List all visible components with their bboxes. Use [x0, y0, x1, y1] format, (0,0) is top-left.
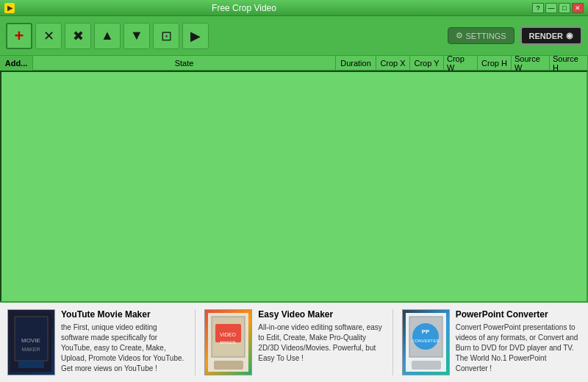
title-bar: ▶ Free Crop Video ? — □ ✕: [0, 0, 588, 16]
ad-strip: MOVIE MAKER YouTute Movie Maker the Firs…: [0, 301, 588, 382]
ad-image-1: MOVIE MAKER: [11, 313, 51, 372]
column-headers: Add... State Duration Crop X Crop Y Crop…: [0, 56, 588, 71]
ad-desc-2: All-in-one video editing software, easy …: [258, 322, 383, 364]
ad-content-3: PowerPoint Converter Convert PowerPoint …: [456, 309, 581, 374]
clear-icon: ✖: [73, 28, 84, 44]
move-down-button[interactable]: ▼: [123, 23, 150, 49]
play-button[interactable]: ▶: [182, 23, 209, 49]
svg-point-13: [412, 323, 439, 350]
move-up-button[interactable]: ▲: [94, 23, 121, 49]
toolbar-right: ⚙ SETTINGS RENDER ◉: [448, 26, 582, 45]
ad-desc-3: Convert PowerPoint presentations to vide…: [456, 322, 581, 374]
render-label: RENDER: [529, 32, 563, 40]
ad-title-2[interactable]: Easy Video Maker: [258, 309, 383, 320]
svg-rect-10: [214, 361, 243, 370]
close-button[interactable]: ✕: [572, 3, 584, 13]
arrow-down-icon: ▼: [130, 28, 143, 43]
help-button[interactable]: ?: [532, 3, 544, 13]
crop-button[interactable]: ⊡: [153, 23, 179, 49]
svg-rect-4: [18, 361, 44, 368]
ad-thumb-2[interactable]: VIDEO MAKER: [204, 309, 252, 375]
settings-button[interactable]: ⚙ SETTINGS: [448, 27, 514, 44]
minimize-button[interactable]: —: [545, 3, 557, 13]
add-file-button[interactable]: +: [6, 23, 32, 49]
svg-text:MAKER: MAKER: [22, 347, 40, 352]
arrow-up-icon: ▲: [101, 28, 114, 43]
crop-icon: ⊡: [161, 28, 172, 44]
col-header-sourceh: Source H: [550, 56, 588, 70]
clear-all-button[interactable]: ✖: [65, 23, 91, 49]
file-list-area: [0, 71, 588, 306]
plus-icon: +: [15, 26, 24, 46]
render-icon: ◉: [566, 31, 573, 40]
delete-icon: ✕: [43, 28, 54, 44]
toolbar: + ✕ ✖ ▲ ▼ ⊡ ▶ ⚙ SETTINGS RENDER ◉: [0, 16, 588, 56]
col-header-cropy: Crop Y: [410, 56, 444, 70]
ad-divider-1: [195, 309, 196, 375]
settings-label: SETTINGS: [466, 32, 506, 40]
ad-title-1[interactable]: YouTute Movie Maker: [61, 309, 186, 320]
ad-thumb-1[interactable]: MOVIE MAKER: [7, 309, 55, 375]
ad-item-1: MOVIE MAKER YouTute Movie Maker the Firs…: [7, 309, 186, 375]
svg-text:MAKER: MAKER: [220, 340, 237, 345]
ad-thumb-3[interactable]: PP CONVERTER: [402, 309, 450, 375]
svg-text:PP: PP: [421, 328, 429, 335]
col-header-sourcew: Source W: [512, 56, 550, 70]
ad-desc-1: the First, unique video editing software…: [61, 322, 186, 374]
ad-image-2: VIDEO MAKER: [208, 313, 248, 372]
svg-rect-16: [412, 361, 441, 370]
col-header-duration: Duration: [336, 56, 376, 70]
app-title: Free Crop Video: [0, 3, 532, 13]
svg-text:MOVIE: MOVIE: [21, 337, 40, 344]
title-bar-controls: ? — □ ✕: [532, 3, 584, 13]
ad-title-3[interactable]: PowerPoint Converter: [456, 309, 581, 320]
render-button[interactable]: RENDER ◉: [520, 26, 582, 45]
col-header-cropw: Crop W: [444, 56, 478, 70]
maximize-button[interactable]: □: [559, 3, 570, 13]
add-small-button[interactable]: Add...: [0, 56, 33, 71]
ad-item-2: VIDEO MAKER Easy Video Maker All-in-one …: [204, 309, 383, 375]
play-icon: ▶: [190, 28, 201, 44]
ad-image-3: PP CONVERTER: [406, 313, 446, 372]
ad-item-3: PP CONVERTER PowerPoint Converter Conver…: [402, 309, 581, 375]
ad-content-1: YouTute Movie Maker the First, unique vi…: [61, 309, 186, 374]
col-header-cropx: Crop X: [376, 56, 410, 70]
svg-text:VIDEO: VIDEO: [220, 332, 236, 337]
col-header-state: State: [33, 56, 336, 70]
svg-text:CONVERTER: CONVERTER: [412, 339, 440, 343]
delete-button[interactable]: ✕: [35, 23, 62, 49]
ad-divider-2: [392, 309, 393, 375]
col-header-croph: Crop H: [478, 56, 512, 70]
ad-content-2: Easy Video Maker All-in-one video editin…: [258, 309, 383, 364]
gear-icon: ⚙: [456, 31, 463, 40]
